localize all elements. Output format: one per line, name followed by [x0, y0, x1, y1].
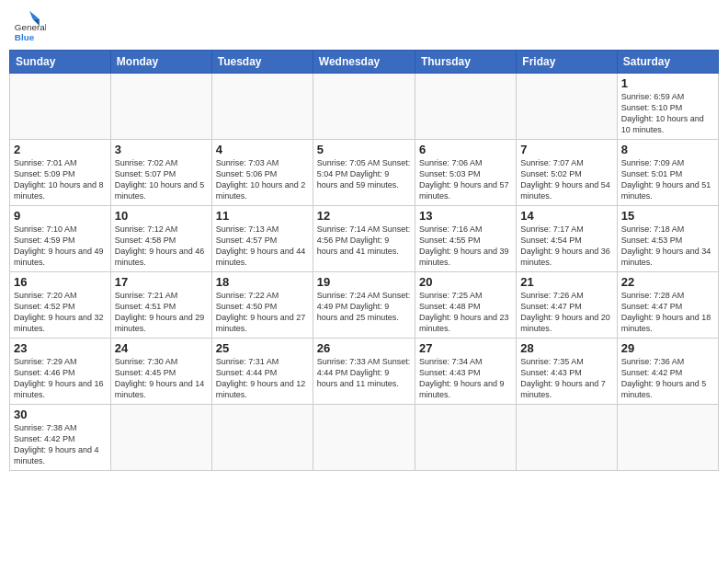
day-info: Sunrise: 7:34 AM Sunset: 4:43 PM Dayligh…	[419, 356, 512, 401]
day-number: 5	[317, 143, 411, 156]
calendar-table: SundayMondayTuesdayWednesdayThursdayFrid…	[9, 50, 719, 471]
weekday-header-friday: Friday	[517, 51, 617, 74]
calendar-cell: 15Sunrise: 7:18 AM Sunset: 4:53 PM Dayli…	[617, 206, 718, 272]
day-number: 27	[419, 341, 512, 355]
day-number: 23	[14, 341, 107, 355]
day-number: 26	[317, 341, 411, 355]
calendar-cell: 21Sunrise: 7:26 AM Sunset: 4:47 PM Dayli…	[517, 272, 617, 339]
day-number: 3	[115, 143, 208, 156]
day-info: Sunrise: 7:12 AM Sunset: 4:58 PM Dayligh…	[115, 224, 208, 269]
day-info: Sunrise: 7:07 AM Sunset: 5:02 PM Dayligh…	[520, 157, 612, 202]
day-number: 4	[216, 143, 309, 156]
calendar-cell: 5Sunrise: 7:05 AM Sunset: 5:04 PM Daylig…	[313, 140, 415, 206]
day-info: Sunrise: 7:22 AM Sunset: 4:50 PM Dayligh…	[216, 290, 309, 335]
day-number: 20	[419, 275, 512, 289]
calendar-cell	[10, 74, 111, 140]
calendar-cell: 28Sunrise: 7:35 AM Sunset: 4:43 PM Dayli…	[517, 339, 617, 405]
calendar-cell	[517, 74, 617, 140]
calendar-cell: 4Sunrise: 7:03 AM Sunset: 5:06 PM Daylig…	[211, 140, 313, 206]
svg-marker-0	[29, 11, 40, 19]
day-number: 24	[115, 341, 208, 355]
day-info: Sunrise: 7:31 AM Sunset: 4:44 PM Dayligh…	[216, 356, 309, 401]
calendar-cell: 14Sunrise: 7:17 AM Sunset: 4:54 PM Dayli…	[517, 206, 617, 272]
day-info: Sunrise: 7:05 AM Sunset: 5:04 PM Dayligh…	[317, 157, 411, 190]
calendar-week-3: 16Sunrise: 7:20 AM Sunset: 4:52 PM Dayli…	[10, 272, 719, 339]
day-number: 22	[621, 275, 714, 289]
calendar-cell: 24Sunrise: 7:30 AM Sunset: 4:45 PM Dayli…	[110, 339, 211, 405]
day-number: 25	[216, 341, 309, 355]
calendar-cell: 22Sunrise: 7:28 AM Sunset: 4:47 PM Dayli…	[617, 272, 718, 339]
calendar-cell: 17Sunrise: 7:21 AM Sunset: 4:51 PM Dayli…	[110, 272, 211, 339]
calendar-week-2: 9Sunrise: 7:10 AM Sunset: 4:59 PM Daylig…	[10, 206, 719, 272]
day-number: 28	[520, 341, 612, 355]
day-info: Sunrise: 6:59 AM Sunset: 5:10 PM Dayligh…	[621, 91, 714, 136]
calendar-cell	[211, 74, 313, 140]
weekday-header-sunday: Sunday	[10, 51, 111, 74]
day-number: 13	[419, 209, 512, 223]
calendar-week-5: 30Sunrise: 7:38 AM Sunset: 4:42 PM Dayli…	[10, 405, 719, 471]
calendar-cell: 18Sunrise: 7:22 AM Sunset: 4:50 PM Dayli…	[211, 272, 313, 339]
day-info: Sunrise: 7:03 AM Sunset: 5:06 PM Dayligh…	[216, 157, 309, 202]
calendar-cell: 10Sunrise: 7:12 AM Sunset: 4:58 PM Dayli…	[110, 206, 211, 272]
day-number: 9	[14, 209, 107, 223]
header: GeneralBlue	[9, 9, 719, 42]
day-info: Sunrise: 7:14 AM Sunset: 4:56 PM Dayligh…	[317, 224, 411, 257]
calendar-cell: 13Sunrise: 7:16 AM Sunset: 4:55 PM Dayli…	[415, 206, 516, 272]
day-number: 21	[520, 275, 612, 289]
day-info: Sunrise: 7:33 AM Sunset: 4:44 PM Dayligh…	[317, 356, 411, 389]
calendar-cell: 9Sunrise: 7:10 AM Sunset: 4:59 PM Daylig…	[10, 206, 111, 272]
calendar-cell: 2Sunrise: 7:01 AM Sunset: 5:09 PM Daylig…	[10, 140, 111, 206]
generalblue-icon: GeneralBlue	[13, 9, 46, 42]
calendar-cell: 19Sunrise: 7:24 AM Sunset: 4:49 PM Dayli…	[313, 272, 415, 339]
calendar-cell: 20Sunrise: 7:25 AM Sunset: 4:48 PM Dayli…	[415, 272, 516, 339]
day-info: Sunrise: 7:21 AM Sunset: 4:51 PM Dayligh…	[115, 290, 208, 335]
weekday-header-tuesday: Tuesday	[211, 51, 313, 74]
day-info: Sunrise: 7:30 AM Sunset: 4:45 PM Dayligh…	[115, 356, 208, 401]
calendar-week-4: 23Sunrise: 7:29 AM Sunset: 4:46 PM Dayli…	[10, 339, 719, 405]
weekday-header-monday: Monday	[110, 51, 211, 74]
calendar-week-1: 2Sunrise: 7:01 AM Sunset: 5:09 PM Daylig…	[10, 140, 719, 206]
day-info: Sunrise: 7:28 AM Sunset: 4:47 PM Dayligh…	[621, 290, 714, 335]
day-info: Sunrise: 7:06 AM Sunset: 5:03 PM Dayligh…	[419, 157, 512, 202]
day-number: 12	[317, 209, 411, 223]
calendar-cell: 3Sunrise: 7:02 AM Sunset: 5:07 PM Daylig…	[110, 140, 211, 206]
calendar-cell: 6Sunrise: 7:06 AM Sunset: 5:03 PM Daylig…	[415, 140, 516, 206]
calendar-cell	[313, 405, 415, 471]
day-number: 8	[621, 143, 714, 156]
day-info: Sunrise: 7:38 AM Sunset: 4:42 PM Dayligh…	[14, 422, 107, 467]
day-info: Sunrise: 7:20 AM Sunset: 4:52 PM Dayligh…	[14, 290, 107, 335]
calendar-cell: 26Sunrise: 7:33 AM Sunset: 4:44 PM Dayli…	[313, 339, 415, 405]
calendar-cell: 23Sunrise: 7:29 AM Sunset: 4:46 PM Dayli…	[10, 339, 111, 405]
weekday-header-saturday: Saturday	[617, 51, 718, 74]
calendar-cell: 27Sunrise: 7:34 AM Sunset: 4:43 PM Dayli…	[415, 339, 516, 405]
day-number: 30	[14, 408, 107, 421]
day-info: Sunrise: 7:16 AM Sunset: 4:55 PM Dayligh…	[419, 224, 512, 269]
day-number: 14	[520, 209, 612, 223]
calendar-cell: 11Sunrise: 7:13 AM Sunset: 4:57 PM Dayli…	[211, 206, 313, 272]
day-number: 7	[520, 143, 612, 156]
day-number: 29	[621, 341, 714, 355]
calendar-cell	[415, 405, 516, 471]
day-info: Sunrise: 7:09 AM Sunset: 5:01 PM Dayligh…	[621, 157, 714, 202]
calendar-week-0: 1Sunrise: 6:59 AM Sunset: 5:10 PM Daylig…	[10, 74, 719, 140]
day-info: Sunrise: 7:35 AM Sunset: 4:43 PM Dayligh…	[520, 356, 612, 401]
calendar-cell: 25Sunrise: 7:31 AM Sunset: 4:44 PM Dayli…	[211, 339, 313, 405]
calendar-cell: 8Sunrise: 7:09 AM Sunset: 5:01 PM Daylig…	[617, 140, 718, 206]
weekday-header-row: SundayMondayTuesdayWednesdayThursdayFrid…	[10, 51, 719, 74]
calendar-cell	[313, 74, 415, 140]
day-info: Sunrise: 7:13 AM Sunset: 4:57 PM Dayligh…	[216, 224, 309, 269]
page: GeneralBlue SundayMondayTuesdayWednesday…	[0, 0, 728, 563]
weekday-header-thursday: Thursday	[415, 51, 516, 74]
day-number: 11	[216, 209, 309, 223]
calendar-cell	[110, 74, 211, 140]
svg-text:Blue: Blue	[15, 32, 35, 42]
calendar-cell: 16Sunrise: 7:20 AM Sunset: 4:52 PM Dayli…	[10, 272, 111, 339]
day-info: Sunrise: 7:10 AM Sunset: 4:59 PM Dayligh…	[14, 224, 107, 269]
day-info: Sunrise: 7:02 AM Sunset: 5:07 PM Dayligh…	[115, 157, 208, 202]
calendar-cell: 12Sunrise: 7:14 AM Sunset: 4:56 PM Dayli…	[313, 206, 415, 272]
day-info: Sunrise: 7:01 AM Sunset: 5:09 PM Dayligh…	[14, 157, 107, 202]
day-info: Sunrise: 7:24 AM Sunset: 4:49 PM Dayligh…	[317, 290, 411, 323]
day-info: Sunrise: 7:36 AM Sunset: 4:42 PM Dayligh…	[621, 356, 714, 401]
day-info: Sunrise: 7:29 AM Sunset: 4:46 PM Dayligh…	[14, 356, 107, 401]
day-info: Sunrise: 7:17 AM Sunset: 4:54 PM Dayligh…	[520, 224, 612, 269]
